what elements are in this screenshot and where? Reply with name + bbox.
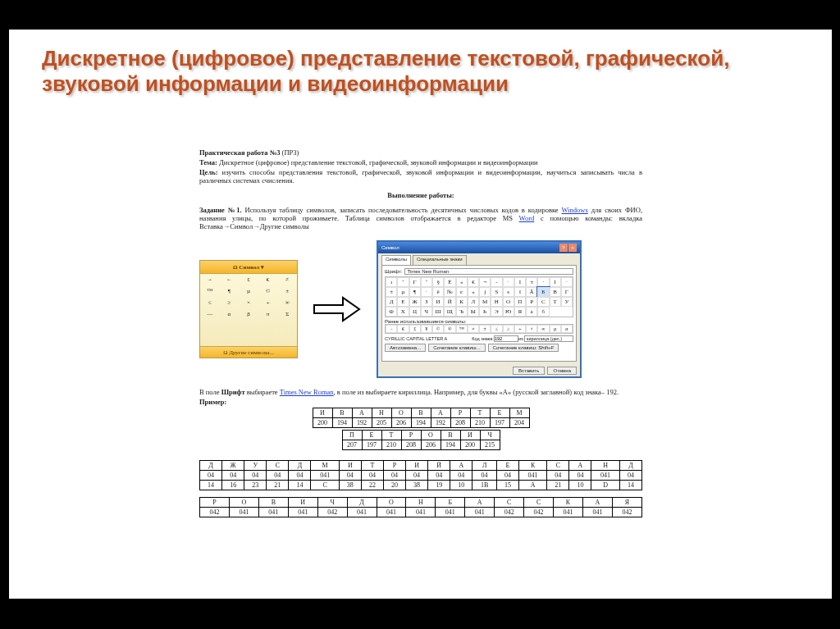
encoding-table-1: ИВАНОВАРТЕМ20019419220520619419220821019… — [313, 408, 530, 428]
symbol-dialog: Символ ?× Символы Специальные знаки Шриф… — [377, 240, 582, 378]
doc-tema: Тема: Дискретное (цифровое) представлени… — [199, 158, 642, 166]
code-label: Код знака: — [472, 336, 494, 341]
section-heading: Выполнение работы: — [387, 191, 454, 199]
title-line-1: Дискретное (цифровое) представление текс… — [42, 46, 729, 71]
embedded-document: Практическая работа №3 (ПР3) Тема: Дискр… — [199, 148, 642, 519]
char-name: CYRILLIC CAPITAL LETTER A — [385, 336, 472, 341]
task-1: Задание №1. Используя таблицу символов, … — [199, 206, 642, 230]
cancel-button[interactable]: Отмена — [547, 367, 577, 375]
doc-heading: Практическая работа №3 (ПР3) — [199, 148, 642, 157]
font-instruction: В поле Шрифт выбираете Times New Roman, … — [199, 388, 642, 396]
example-label: Пример: — [199, 398, 226, 406]
help-icon[interactable]: ? — [559, 244, 568, 252]
font-label: Шрифт: — [385, 269, 402, 274]
symbol-menu-header: Ω Символ ▾ — [200, 261, 297, 274]
shortcut-text: Сочетание клавиш: Shift+F — [488, 344, 559, 352]
from-select[interactable]: кириллица (дес.) — [524, 335, 573, 342]
arrow-right-icon — [313, 293, 362, 326]
code-input[interactable] — [494, 335, 518, 342]
from-label: из: — [518, 336, 524, 341]
slide: Дискретное (цифровое) представление текс… — [9, 30, 832, 599]
tab-symbols[interactable]: Символы — [381, 255, 411, 265]
dialog-titlebar: Символ ?× — [378, 242, 580, 253]
illustration-row: Ω Символ ▾ →←£€≠™¶µ©±≤≥×÷∞—αβπΣ Ω Другие… — [199, 240, 642, 378]
shortcut-button[interactable]: Сочетание клавиш... — [428, 344, 485, 352]
font-select[interactable]: Times New Roman — [404, 268, 573, 275]
close-icon[interactable]: × — [568, 244, 577, 252]
insert-button[interactable]: Вставить — [513, 367, 545, 375]
symbol-menu-thumbnail: Ω Символ ▾ →←£€≠™¶µ©±≤≥×÷∞—αβπΣ Ω Другие… — [199, 260, 298, 358]
doc-cel: Цель: изучить способы представления текс… — [199, 168, 642, 185]
recent-label: Ранее использовавшиеся символы: — [385, 319, 467, 324]
recent-grid[interactable]: −€£¥©®™≠±≤≥÷×∞µα — [385, 324, 573, 334]
symbol-menu-more: Ω Другие символы... — [200, 346, 297, 358]
slide-title: Дискретное (цифровое) представление текс… — [9, 30, 832, 105]
encoding-table-4: РОВИЧДОНБАССКАЯ0420410410410420410410410… — [199, 497, 642, 517]
encoding-table-3: ДЖУСДМИТРИЙАЛЕКСАНД040404040404104040404… — [199, 460, 642, 490]
char-grid[interactable]: ıˇΓ˘§Ё«€¬-·І±·І·±µ¶·ё№є»јЅѕїĀБВГДЕЖЗИЙКЛ… — [385, 276, 573, 317]
tab-special[interactable]: Специальные знаки — [413, 255, 467, 265]
encoding-table-2: ПЕТРОВИЧ207197210208206194200215 — [342, 430, 500, 450]
autocorrect-button[interactable]: Автозамена... — [385, 344, 426, 352]
title-line-2: звуковой информации и видеоинформации — [42, 71, 509, 96]
